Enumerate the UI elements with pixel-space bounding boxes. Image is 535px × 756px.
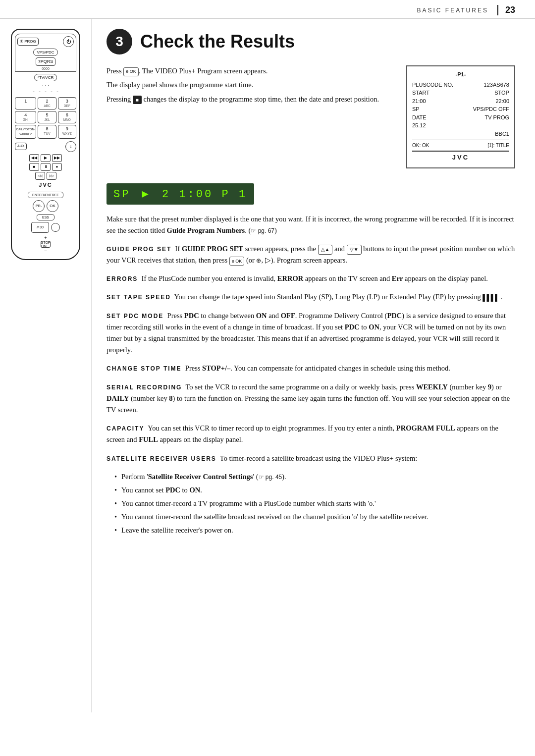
guide-prog-set-label: Guide Prog Set [107, 246, 171, 253]
aux-button[interactable]: AUX [15, 143, 27, 150]
prog-button[interactable]: ① PROG [17, 38, 39, 46]
page-body: ① PROG ⏻ VPS/PDC 7PQRS 0000 *TV/VCR · [0, 19, 535, 712]
ok-button[interactable]: OK [47, 200, 58, 212]
pdc-mode-para: Set PDC Mode Press PDC to change between… [107, 310, 515, 356]
ess-button[interactable]: ESS [37, 214, 54, 220]
screen-sp-label: SP [412, 105, 420, 113]
capacity-para: Capacity You can set this VCR to timer r… [107, 423, 515, 445]
err-bold: Err [392, 274, 403, 282]
led-arrow: ▶ [142, 188, 151, 201]
screen-footer: OK: OK [1]: TITLE [412, 140, 509, 149]
screen-row-7: BBC1 [412, 130, 509, 138]
screen-tvprog-label: TV PROG [484, 113, 509, 122]
num3-button[interactable]: 3DEF [58, 97, 76, 109]
led-display: SP ▶ 2 1:00 P 1 [107, 183, 254, 205]
num4-button[interactable]: 4GHI [15, 111, 36, 123]
sidebar: ① PROG ⏻ VPS/PDC 7PQRS 0000 *TV/VCR · [0, 19, 92, 712]
aux-row: AUX ↓ [15, 141, 76, 152]
on2-bold: ON [369, 323, 379, 331]
timer-row: // 30 [31, 222, 60, 233]
num8-button[interactable]: 8TUV [38, 125, 56, 139]
triangle-icon: ▷ [265, 256, 271, 264]
pg-ref-45: ☞ pg. 45 [259, 474, 282, 481]
screen-stop-label: STOP [494, 89, 509, 97]
page-number: 23 [497, 5, 515, 15]
pr-minus-button[interactable]: PR- [33, 200, 45, 212]
pdc-mode-label: Set PDC Mode [107, 313, 163, 320]
tape-speed-label: Set Tape Speed [107, 294, 171, 301]
bullet-5: Leave the satellite receiver's power on. [114, 525, 515, 536]
screen-bbc1-value: BBC1 [495, 130, 509, 138]
daily-label: DAILY/OTON· WEEKLY [15, 125, 36, 139]
timer-circle-button[interactable] [51, 223, 60, 232]
remote-jvc-brand: JVC [15, 182, 76, 188]
led-time: 2 1:00 P 1 [162, 188, 247, 201]
num2-button[interactable]: 2ABC [38, 97, 56, 109]
plus-label: + [44, 235, 47, 240]
capacity-label: Capacity [107, 425, 144, 432]
bullet-1: Perform 'Satellite Receiver Control Sett… [114, 471, 515, 483]
screen-start-time: 21:00 [412, 97, 426, 106]
tv-vcr-button[interactable]: *TV/VCR [34, 74, 57, 81]
num9-button[interactable]: 9WXYZ [58, 125, 76, 139]
bullet-2: You cannot set PDC to ON. [114, 485, 515, 496]
screen-pluscode-label: PLUSCODE NO. [412, 81, 453, 89]
screen-header: -P1- [412, 70, 509, 79]
pdc2-bold: PDC [345, 323, 360, 331]
section-number: 3 [115, 34, 123, 50]
vps-pdc-row: VPS/PDC [17, 49, 74, 56]
page-header: BASIC FEATURES 23 [0, 0, 535, 19]
timer-button[interactable]: // 30 [31, 222, 49, 233]
rec-button[interactable]: ● [52, 163, 62, 171]
rew-button[interactable]: ◀◀ [29, 154, 39, 162]
error-bold: ERROR [277, 274, 303, 282]
play-button[interactable]: ▶ [41, 154, 51, 162]
serial-recording-label: Serial Recording [107, 384, 182, 391]
enter-button[interactable]: ENTER/ENTREE [28, 192, 63, 198]
tape-speed-para: Set Tape Speed You can change the tape s… [107, 291, 515, 303]
vps-pdc-button[interactable]: VPS/PDC [33, 49, 57, 56]
tape-speed-icon: ▌▌▌▌ [482, 293, 499, 303]
on3-bold: ON [190, 486, 201, 494]
full-bold: FULL [139, 435, 158, 443]
led-sp: SP [113, 188, 130, 201]
change-stop-time-label: Change Stop Time [107, 365, 182, 372]
screen-ok-label: OK: OK [412, 142, 429, 149]
power-button[interactable]: ⏻ [63, 36, 74, 47]
intro-para1: Press e OK. The VIDEO Plus+ Program scre… [107, 65, 394, 76]
guide-prog-set-para: Guide Prog Set If GUIDE PROG SET screen … [107, 243, 515, 266]
dot2: · [45, 83, 47, 88]
slow2-button[interactable]: ▷▷ [47, 172, 56, 180]
num5-button[interactable]: 5JKL [38, 111, 56, 123]
transport-row3: ◁◁ ▷▷ [15, 172, 76, 180]
pdc-bold: PDC [184, 312, 199, 320]
remote-prog-row: ① PROG ⏻ [17, 36, 74, 47]
slow-button[interactable]: ◁◁ [35, 172, 45, 180]
screen-title-label: [1]: TITLE [487, 142, 509, 149]
stop-button[interactable]: ■ [29, 163, 39, 171]
serial-recording-para: Serial Recording To set the VCR to recor… [107, 381, 515, 416]
screen-row-1: PLUSCODE NO. 123AS678 [412, 81, 509, 89]
screen-row-4: SP VPS/PDC OFF [412, 105, 509, 113]
remote-control: ① PROG ⏻ VPS/PDC 7PQRS 0000 *TV/VCR · [7, 29, 84, 260]
ff-button[interactable]: ▶▶ [52, 154, 62, 162]
stop-fin-btn[interactable]: STOP FIN [41, 241, 51, 248]
num0-display: 0000 [17, 67, 74, 70]
screen-vpspdc-label: VPS/PDC OFF [473, 105, 509, 113]
weekly-bold: WEEKLY [416, 383, 448, 391]
arrow-button[interactable]: ↓ [65, 141, 76, 152]
dots-row: · · · [15, 83, 76, 88]
errors-para: Errors If the PlusCode number you entere… [107, 273, 515, 284]
8-bold: 8 [169, 394, 172, 402]
pause-button[interactable]: ⏸ [41, 163, 51, 171]
ess-section: ESS // 30 + STOP FIN – [15, 214, 76, 253]
stop-fin-row: + STOP FIN – [41, 235, 51, 253]
plus-minus-button[interactable]: + STOP FIN – [41, 235, 51, 253]
9-bold: 9 [488, 383, 491, 391]
num1-button[interactable]: 1 [15, 97, 36, 109]
num6-button[interactable]: 6MNO [58, 111, 76, 123]
ok-icon2: e OK [229, 257, 245, 266]
screen-stop-time: 22:00 [495, 97, 509, 106]
ok-row: PR- OK [33, 200, 58, 212]
num7-button[interactable]: 7PQRS [36, 57, 56, 66]
